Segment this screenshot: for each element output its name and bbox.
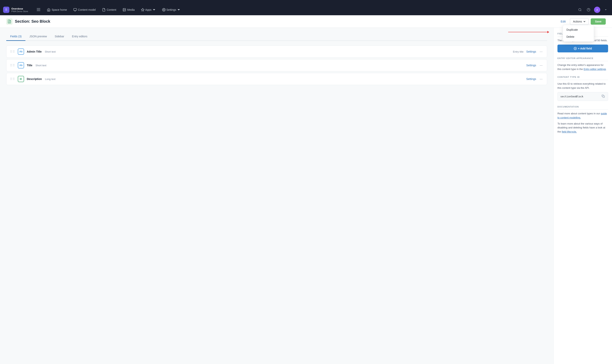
brand-name: Overdose xyxy=(11,7,28,10)
sidebar-section-content-type-id: CONTENT TYPE ID Use this ID to retrieve … xyxy=(558,76,608,101)
field-type-description: Long text xyxy=(45,78,55,80)
hamburger-button[interactable] xyxy=(36,7,41,13)
entry-editor-settings-link[interactable]: Entry editor settings xyxy=(584,68,606,71)
nav-item-content-label: Content xyxy=(107,8,116,11)
drag-handle[interactable]: ⠿⠿ xyxy=(10,77,15,81)
nav-item-apps-label: Apps xyxy=(145,8,152,11)
drag-handle[interactable]: ⠿⠿ xyxy=(10,64,15,67)
page-header: Section: Seo Block Edit Actions Save Dup… xyxy=(0,15,612,28)
sidebar-documentation-title: DOCUMENTATION xyxy=(558,105,608,110)
navbar: ⠿ Overdose PWA Demo Store Space home xyxy=(0,4,612,15)
actions-dropdown: Duplicate Delete xyxy=(563,25,594,42)
apps-chevron-icon xyxy=(152,8,156,12)
field-row: ⠿⠿ Description Long text Settings ··· xyxy=(6,73,547,85)
field-more-admin-title[interactable]: ··· xyxy=(539,49,543,54)
sidebar-content-type-id-description: Use this ID to retrieve everything relat… xyxy=(558,82,608,90)
header-actions: Edit Actions Save Duplicate Delete xyxy=(559,18,606,25)
sidebar-editor-appearance-text: Change the entry editor's appearance for… xyxy=(558,63,608,71)
field-more-description[interactable]: ··· xyxy=(539,77,543,81)
search-button[interactable] xyxy=(577,7,583,13)
brand-store: PWA Demo Store xyxy=(11,10,28,13)
avatar[interactable]: A xyxy=(594,7,600,13)
sidebar-documentation-text2: To learn more about the various ways of … xyxy=(558,122,608,134)
field-lifecycle-link[interactable]: field lifecycle. xyxy=(562,130,577,133)
field-icon-title: Ab xyxy=(18,62,24,68)
svg-point-9 xyxy=(579,8,581,11)
save-button[interactable]: Save xyxy=(591,18,606,25)
page-title: Section: Seo Block xyxy=(15,19,50,24)
nav-item-media-label: Media xyxy=(127,8,135,11)
svg-point-7 xyxy=(124,9,124,9)
add-field-button[interactable]: + Add field xyxy=(558,45,608,52)
svg-rect-22 xyxy=(603,96,605,98)
sidebar-editor-appearance-title: ENTRY EDITOR APPEARANCE xyxy=(558,57,608,61)
nav-item-settings-label: Settings xyxy=(166,8,176,11)
nav-item-content-model[interactable]: Content model xyxy=(71,6,99,13)
tab-sidebar[interactable]: Sidebar xyxy=(51,32,68,41)
sidebar-section-documentation: DOCUMENTATION Read more about content ty… xyxy=(558,105,608,134)
field-icon-description xyxy=(18,76,24,82)
field-settings-link-description[interactable]: Settings xyxy=(526,78,536,80)
sidebar-section-editor-appearance: ENTRY EDITOR APPEARANCE Change the entry… xyxy=(558,57,608,71)
field-badge-admin-title: Entry title xyxy=(513,50,523,53)
tab-json-preview[interactable]: JSON preview xyxy=(26,32,51,41)
copy-id-button[interactable] xyxy=(601,94,605,99)
nav-item-settings[interactable]: Settings xyxy=(159,6,183,13)
id-value: sectionSeoBlock xyxy=(560,95,600,98)
sidebar-content-type-id-title: CONTENT TYPE ID xyxy=(558,76,608,80)
field-settings-link-title[interactable]: Settings xyxy=(526,64,536,67)
field-settings-link-admin-title[interactable]: Settings xyxy=(526,50,536,53)
field-row: ⠿⠿ Ab Title Short text Settings ··· xyxy=(6,59,547,71)
field-more-title[interactable]: ··· xyxy=(539,63,543,68)
avatar-chevron-button[interactable] xyxy=(603,7,609,13)
edit-button[interactable]: Edit xyxy=(559,18,568,25)
content-area: Fields (3) JSON preview Sidebar Entry ed… xyxy=(0,28,553,364)
help-button[interactable] xyxy=(586,7,592,13)
actions-chevron-icon xyxy=(583,20,586,23)
tab-entry-editors[interactable]: Entry editors xyxy=(68,32,91,41)
field-icon-admin-title: Ab xyxy=(18,49,24,55)
sidebar-documentation-text1: Read more about content types in our gui… xyxy=(558,112,608,120)
svg-line-10 xyxy=(581,10,581,11)
nav-right: A xyxy=(577,7,609,13)
field-name-admin-title: Admin Title xyxy=(27,50,42,53)
id-input-area: sectionSeoBlock xyxy=(558,92,608,101)
svg-rect-3 xyxy=(74,8,77,11)
field-info-title: Title Short text xyxy=(27,64,521,67)
nav-item-apps[interactable]: Apps xyxy=(138,6,158,13)
field-name-description: Description xyxy=(27,78,42,80)
tabs: Fields (3) JSON preview Sidebar Entry ed… xyxy=(6,32,547,41)
field-type-admin-title: Short text xyxy=(45,50,56,53)
tab-fields[interactable]: Fields (3) xyxy=(6,32,26,41)
nav-item-space-home-label: Space home xyxy=(52,8,67,11)
nav-item-content-model-label: Content model xyxy=(78,8,96,11)
nav-items: Space home Content model Content xyxy=(44,6,575,13)
fields-list: ⠿⠿ Ab Admin Title Short text Entry title… xyxy=(6,46,547,85)
page-title-area: Section: Seo Block xyxy=(6,18,50,25)
nav-item-content[interactable]: Content xyxy=(99,6,119,13)
brand: ⠿ Overdose PWA Demo Store xyxy=(3,7,34,13)
sidebar: FIELDS The content type has used 3 out o… xyxy=(553,28,612,364)
svg-rect-2 xyxy=(37,11,40,11)
content-wrapper: Fields (3) JSON preview Sidebar Entry ed… xyxy=(0,28,612,364)
actions-button[interactable]: Actions xyxy=(570,18,589,25)
svg-rect-1 xyxy=(37,9,40,10)
dropdown-item-delete[interactable]: Delete xyxy=(563,33,594,40)
add-field-label: + Add field xyxy=(578,47,592,50)
field-type-title: Short text xyxy=(36,64,47,67)
svg-point-8 xyxy=(163,9,164,10)
svg-rect-0 xyxy=(37,8,40,9)
field-name-title: Title xyxy=(27,64,32,67)
field-info-description: Description Long text xyxy=(27,78,521,80)
page-icon xyxy=(6,18,13,25)
field-row: ⠿⠿ Ab Admin Title Short text Entry title… xyxy=(6,46,547,58)
drag-handle[interactable]: ⠿⠿ xyxy=(10,50,15,53)
brand-icon: ⠿ xyxy=(3,7,9,13)
nav-item-space-home[interactable]: Space home xyxy=(44,6,70,13)
field-info-admin-title: Admin Title Short text xyxy=(27,50,510,53)
system-bar xyxy=(0,0,612,4)
nav-item-media[interactable]: Media xyxy=(120,6,137,13)
settings-chevron-icon xyxy=(177,8,181,12)
dropdown-item-duplicate[interactable]: Duplicate xyxy=(563,26,594,33)
